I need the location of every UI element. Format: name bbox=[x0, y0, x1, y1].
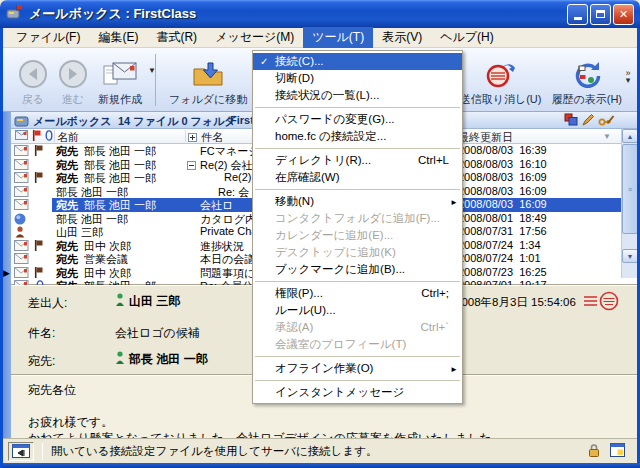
submenu-arrow-icon: ► bbox=[450, 194, 458, 211]
menubar-item-tools[interactable]: ツール(T) bbox=[303, 27, 373, 48]
sort-desc-icon[interactable]: ▼ bbox=[603, 132, 611, 141]
menu-item[interactable]: 移動(N)► bbox=[253, 193, 462, 210]
menu-item-label: 接続(C)... bbox=[275, 55, 324, 67]
menu-item: 会議室のプロフィール(T) bbox=[253, 336, 462, 353]
row-modified-date: 2008/08/03 16:09 bbox=[458, 171, 547, 183]
flag-column-icon[interactable] bbox=[32, 130, 41, 143]
toolbar-button-label: 送信取り消し(U) bbox=[460, 92, 542, 107]
splitter-arrow-icon[interactable]: ▶ bbox=[3, 268, 10, 278]
new-message-button[interactable]: 新規作成▼ bbox=[93, 50, 147, 110]
pane-counts: 14 ファイル 0 フォルダ bbox=[118, 114, 236, 129]
menu-separator bbox=[255, 356, 460, 357]
toolbar-button-label: 進む bbox=[62, 92, 84, 107]
vertical-scrollbar[interactable]: ▲ ≡ ▼ bbox=[621, 129, 637, 278]
menu-shortcut: Ctrl+; bbox=[421, 285, 449, 302]
mail-icon bbox=[14, 145, 29, 158]
row-modified-date: 2008/07/24 1:34 bbox=[458, 239, 541, 251]
to-value: 部長 池田 一郎 bbox=[115, 351, 208, 368]
toolbar-overflow-chevron[interactable]: »▾ bbox=[621, 70, 635, 84]
menu-item-label: 権限(P)... bbox=[275, 287, 323, 299]
lock-icon[interactable] bbox=[588, 443, 600, 459]
menu-item[interactable]: 在席確認(W) bbox=[253, 169, 462, 186]
mail-icon bbox=[14, 267, 29, 280]
row-subject: Re(2) bbox=[224, 171, 252, 183]
menu-item: デスクトップに追加(K) bbox=[253, 244, 462, 261]
column-subject[interactable]: 件名 bbox=[201, 130, 223, 145]
envelope-column-icon[interactable] bbox=[15, 130, 28, 142]
menu-item-label: home.fc の接続設定... bbox=[275, 130, 386, 142]
plus-box-icon[interactable] bbox=[188, 132, 197, 144]
collapse-box-icon[interactable] bbox=[187, 160, 196, 172]
menu-item-label: オフライン作業(O) bbox=[275, 362, 373, 374]
menu-item-label: パスワードの変更(G)... bbox=[275, 113, 395, 125]
menu-item[interactable]: ブックマークに追加(B)... bbox=[253, 261, 462, 278]
menu-item[interactable]: ✓接続(C)... bbox=[253, 53, 462, 70]
dropdown-arrow-icon[interactable]: ▼ bbox=[148, 66, 156, 75]
menu-item[interactable]: 接続状況の一覧(L)... bbox=[253, 87, 462, 104]
move-to-folder-button[interactable]: フォルダに移動 bbox=[164, 50, 252, 110]
properties-panel-icon[interactable] bbox=[610, 443, 625, 459]
toolbar-button-label: フォルダに移動 bbox=[169, 92, 247, 107]
minimize-button[interactable] bbox=[567, 4, 588, 25]
titlebar: メールボックス : FirstClass ✕ bbox=[0, 0, 640, 28]
menu-item-label: ディレクトリ(R)... bbox=[275, 154, 371, 166]
toolbar-button-label: 履歴の表示(H) bbox=[551, 92, 622, 107]
menu-item[interactable]: パスワードの変更(G)... bbox=[253, 111, 462, 128]
back-button: 戻る bbox=[13, 50, 53, 110]
forward-button: 進む bbox=[53, 50, 93, 110]
scroll-up-button[interactable]: ▲ bbox=[622, 129, 638, 143]
forward-icon bbox=[58, 58, 88, 90]
menubar-item-help[interactable]: ヘルプ(H) bbox=[431, 27, 503, 48]
back-icon bbox=[18, 58, 48, 90]
menu-item-label: 切断(D) bbox=[275, 72, 314, 84]
row-subject: Private Cha bbox=[200, 225, 257, 237]
menu-item[interactable]: 権限(P)...Ctrl+; bbox=[253, 285, 462, 302]
menu-item[interactable]: ルール(U)... bbox=[253, 302, 462, 319]
flag-icon bbox=[34, 240, 43, 253]
column-divider[interactable] bbox=[54, 130, 55, 142]
menubar-item-message[interactable]: メッセージ(M) bbox=[206, 27, 303, 48]
mail-icon bbox=[14, 159, 29, 172]
column-divider[interactable] bbox=[185, 130, 186, 142]
pane-splitter[interactable]: ▶ bbox=[3, 112, 11, 438]
menubar: ファイル(F)編集(E)書式(R)メッセージ(M)ツール(T)表示(V)ヘルプ(… bbox=[3, 28, 637, 48]
menu-item[interactable]: インスタントメッセージ bbox=[253, 384, 462, 401]
pencil-icon[interactable] bbox=[582, 113, 594, 128]
pane-trail-text: First bbox=[230, 114, 254, 126]
scroll-thumb[interactable]: ≡ bbox=[622, 144, 638, 234]
row-modified-date: 2008/08/03 16:09 bbox=[458, 198, 547, 210]
menubar-item-edit[interactable]: 編集(E) bbox=[89, 27, 147, 48]
mail-icon bbox=[14, 240, 29, 253]
key-pencil-icon[interactable] bbox=[598, 113, 615, 128]
mailbox-icon bbox=[14, 114, 30, 129]
statusbar-divider bbox=[42, 443, 43, 460]
checkmark-icon: ✓ bbox=[260, 53, 268, 70]
menubar-item-view[interactable]: 表示(V) bbox=[373, 27, 431, 48]
menu-item[interactable]: 切断(D) bbox=[253, 70, 462, 87]
from-label: 差出人: bbox=[28, 295, 67, 312]
flag-icon bbox=[34, 172, 43, 185]
unsend-button[interactable]: 送信取り消し(U) bbox=[455, 50, 547, 110]
submenu-arrow-icon: ► bbox=[450, 361, 458, 378]
menu-item[interactable]: ディレクトリ(R)...Ctrl+L bbox=[253, 152, 462, 169]
layers-icon[interactable] bbox=[564, 113, 578, 128]
window-border bbox=[0, 463, 640, 468]
column-name[interactable]: 名前 bbox=[57, 130, 79, 145]
menu-separator bbox=[255, 148, 460, 149]
row-modified-date: 2008/08/01 18:49 bbox=[458, 212, 547, 224]
menu-item: コンタクトフォルダに追加(F)... bbox=[253, 210, 462, 227]
show-history-button[interactable]: 履歴の表示(H) bbox=[546, 50, 627, 110]
column-modified[interactable]: 最終更新日 bbox=[458, 130, 513, 145]
menubar-item-file[interactable]: ファイル(F) bbox=[7, 27, 89, 48]
menu-item[interactable]: home.fc の接続設定... bbox=[253, 128, 462, 145]
menubar-item-format[interactable]: 書式(R) bbox=[147, 27, 206, 48]
menu-shortcut: Ctrl+` bbox=[421, 319, 449, 336]
row-modified-date: 2008/07/31 17:56 bbox=[458, 225, 547, 237]
scroll-down-button[interactable]: ▼ bbox=[622, 249, 638, 263]
menu-item[interactable]: オフライン作業(O)► bbox=[253, 360, 462, 377]
app-icon bbox=[6, 4, 24, 24]
maximize-button[interactable] bbox=[590, 4, 611, 25]
attachment-column-icon[interactable] bbox=[45, 130, 53, 143]
close-button[interactable]: ✕ bbox=[613, 4, 634, 25]
toggle-panel-icon[interactable] bbox=[8, 442, 34, 461]
